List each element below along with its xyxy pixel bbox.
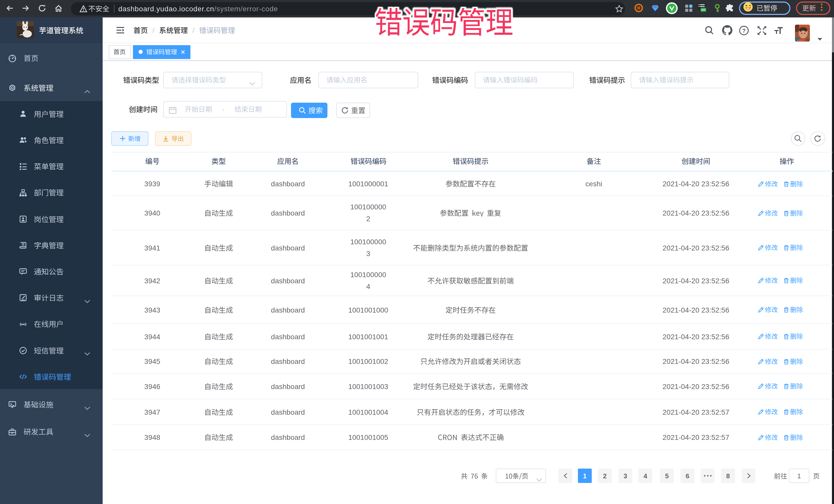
svg-text:on: on bbox=[701, 8, 705, 12]
svg-text:?: ? bbox=[742, 27, 745, 34]
